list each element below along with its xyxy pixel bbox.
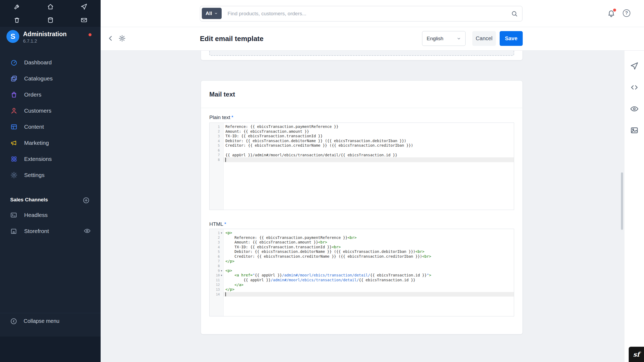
main-navigation: Dashboard Catalogues Orders Customers Co… [0, 54, 101, 183]
sidebar-item-settings[interactable]: Settings [0, 167, 101, 183]
add-sales-channel-icon[interactable] [83, 197, 90, 204]
html-code-editor[interactable]: 1▾23456789▾10▾11121314 <p> Reference: {{… [209, 229, 514, 316]
sidebar-item-headless[interactable]: Headless [0, 207, 101, 223]
chevron-down-icon [457, 36, 461, 41]
editor-code-area[interactable]: Reference: {{ ebicsTransaction.paymentRe… [224, 123, 514, 210]
sidebar-item-label: Settings [24, 172, 45, 178]
update-indicator-dot [89, 33, 92, 36]
sidebar-item-label: Marketing [24, 140, 49, 146]
sidebar-item-label: Catalogues [24, 75, 53, 82]
mail-icon[interactable] [80, 17, 87, 24]
search-filter-dropdown[interactable]: All [202, 8, 222, 19]
back-button[interactable] [107, 34, 115, 42]
editor-gutter[interactable]: 1▾23456789▾10▾11121314 [210, 229, 224, 316]
sidebar-item-label: Orders [24, 91, 41, 98]
card-header: Mail text [201, 81, 522, 108]
main-content: Mail text Plain text* 12345678 Reference… [101, 50, 624, 362]
source-code-icon[interactable] [630, 83, 639, 92]
editor-gutter[interactable]: 12345678 [210, 123, 224, 210]
shopware-logo[interactable]: S [6, 30, 19, 43]
search-input[interactable] [227, 6, 502, 21]
logo-letter: S [10, 32, 15, 41]
html-label: HTML* [209, 221, 226, 227]
customers-icon [10, 107, 18, 114]
settings-gear-icon [10, 171, 18, 179]
sidebar-item-extensions[interactable]: Extensions [0, 151, 101, 167]
collapse-menu-button[interactable]: Collapse menu [0, 313, 101, 329]
help-glyph: ? [625, 10, 628, 16]
extensions-icon [10, 155, 18, 163]
sidebar-item-catalogues[interactable]: Catalogues [0, 71, 101, 87]
tools-icon[interactable] [13, 3, 20, 10]
search-filter-label: All [206, 10, 212, 16]
sidebar-item-label: Headless [24, 212, 48, 218]
search-icon[interactable] [511, 10, 518, 17]
mail-text-card: Mail text Plain text* 12345678 Reference… [201, 80, 523, 334]
media-image-icon[interactable] [630, 126, 639, 135]
marketing-icon [10, 139, 18, 147]
admin-sidebar: S Administration 6.7.1.2 Dashboard Catal… [0, 0, 101, 362]
chevron-down-icon [214, 12, 218, 15]
plain-text-code-editor[interactable]: 12345678 Reference: {{ ebicsTransaction.… [209, 123, 514, 210]
attachments-card-partial [201, 50, 523, 60]
preview-eye-icon[interactable] [630, 105, 639, 113]
right-action-rail [624, 50, 644, 362]
storefront-icon [10, 228, 17, 235]
sidebar-item-label: Extensions [24, 156, 52, 162]
sales-channels-header: Sales Channels [10, 197, 48, 203]
sidebar-item-label: Customers [24, 108, 52, 114]
sidebar-item-label: Storefront [24, 228, 49, 234]
quick-access-bar [0, 0, 101, 27]
notification-dot [613, 8, 617, 12]
app-version: 6.7.1.2 [23, 39, 37, 44]
content-icon [10, 123, 18, 131]
language-select-value: English [427, 36, 443, 42]
sidebar-item-customers[interactable]: Customers [0, 103, 101, 119]
app-name: Administration [23, 31, 67, 38]
save-button[interactable]: Save [500, 31, 523, 46]
page-title: Edit email template [200, 27, 264, 50]
plain-text-label: Plain text* [209, 114, 233, 120]
database-icon[interactable] [47, 17, 54, 24]
sidebar-item-label: Dashboard [24, 59, 52, 66]
sidebar-item-label: Content [24, 124, 44, 130]
language-select[interactable]: English [422, 31, 466, 46]
headless-console-icon [10, 212, 17, 219]
sidebar-item-orders[interactable]: Orders [0, 87, 101, 103]
required-mark: * [224, 221, 226, 227]
current-user-menu[interactable]: A admin Administrator [0, 337, 101, 362]
help-icon[interactable]: ? [623, 9, 630, 17]
top-search-bar: All ? [101, 0, 644, 27]
send-icon[interactable] [80, 3, 87, 10]
dashboard-icon [10, 59, 18, 66]
send-test-mail-icon[interactable] [630, 62, 639, 70]
global-search[interactable]: All [200, 6, 522, 21]
cancel-button[interactable]: Cancel [472, 31, 496, 46]
editor-code-area[interactable]: <p> Reference: {{ ebicsTransaction.payme… [224, 229, 514, 316]
storefront-visibility-eye-icon[interactable] [84, 227, 91, 234]
sidebar-item-marketing[interactable]: Marketing [0, 135, 101, 151]
required-mark: * [231, 114, 233, 120]
orders-icon [10, 91, 18, 98]
collapse-icon [10, 318, 17, 325]
trash-icon[interactable] [13, 17, 20, 24]
symfony-profiler-badge[interactable]: sf [629, 347, 644, 362]
symfony-logo: sf [633, 350, 640, 358]
upload-dropzone[interactable] [209, 50, 514, 56]
context-gear-icon[interactable] [118, 35, 126, 42]
catalogues-icon [10, 75, 18, 82]
page-scrollbar-thumb[interactable] [621, 172, 623, 230]
card-title: Mail text [209, 81, 235, 108]
smart-bar: Edit email template English Cancel Save [101, 27, 644, 51]
sidebar-item-dashboard[interactable]: Dashboard [0, 54, 101, 71]
sidebar-item-content[interactable]: Content [0, 119, 101, 135]
collapse-menu-label: Collapse menu [24, 318, 59, 324]
home-icon[interactable] [47, 3, 54, 10]
